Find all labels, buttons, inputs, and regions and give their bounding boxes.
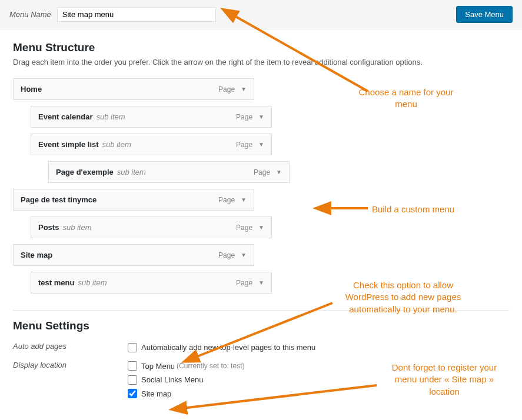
menu-item-title: Event calendar: [38, 112, 93, 121]
display-location-label: Display location: [13, 361, 128, 402]
menu-item[interactable]: Site map Page ▼: [13, 244, 254, 266]
menu-item[interactable]: Page de test tinymce Page ▼: [13, 189, 254, 211]
location-top-menu-checkbox[interactable]: [128, 361, 137, 371]
chevron-down-icon[interactable]: ▼: [258, 114, 264, 120]
menu-item[interactable]: Event calendar sub item Page ▼: [31, 106, 272, 128]
divider: [13, 310, 509, 311]
menu-structure-title: Menu Structure: [13, 41, 509, 54]
menu-item[interactable]: Event simple list sub item Page ▼: [31, 134, 272, 155]
chevron-down-icon[interactable]: ▼: [276, 169, 282, 175]
menu-item-title: test menu: [38, 278, 74, 287]
location-site-map-checkbox[interactable]: [128, 389, 137, 398]
menu-item-subtitle: sub item: [97, 112, 125, 121]
chevron-down-icon[interactable]: ▼: [258, 224, 264, 231]
menu-item-subtitle: sub item: [78, 278, 107, 287]
menu-item[interactable]: Page d'exemple sub item Page ▼: [48, 161, 290, 183]
menu-item-type: Page: [218, 85, 235, 94]
menu-item[interactable]: test menu sub item Page ▼: [31, 272, 272, 294]
chevron-down-icon[interactable]: ▼: [241, 86, 247, 92]
menu-item-title: Event simple list: [38, 140, 99, 149]
menu-item-title: Posts: [38, 223, 59, 232]
save-menu-button[interactable]: Save Menu: [456, 6, 513, 23]
menu-item-subtitle: sub item: [102, 140, 131, 149]
menu-item-type: Page: [236, 279, 252, 287]
menu-item-title: Home: [21, 85, 42, 94]
location-social-links-checkbox[interactable]: [128, 375, 137, 385]
menu-header-bar: Menu Name Save Menu: [0, 0, 522, 29]
menu-item-type: Page: [236, 141, 252, 149]
menu-item-title: Page de test tinymce: [21, 195, 97, 204]
chevron-down-icon[interactable]: ▼: [258, 279, 264, 286]
menu-item-type: Page: [236, 224, 252, 232]
menu-items-list: Home Page ▼ Event calendar sub item Page…: [13, 78, 509, 294]
menu-item-type: Page: [218, 196, 235, 204]
menu-item-title: Site map: [21, 251, 52, 259]
menu-item-title: Page d'exemple: [56, 168, 114, 176]
menu-item-type: Page: [254, 168, 270, 176]
auto-add-pages-label: Auto add pages: [13, 342, 128, 356]
location-label: Site map: [141, 388, 171, 400]
auto-add-pages-text: Automatically add new top-level pages to…: [141, 342, 315, 354]
chevron-down-icon[interactable]: ▼: [241, 252, 247, 258]
menu-item-subtitle: sub item: [62, 223, 91, 232]
chevron-down-icon[interactable]: ▼: [241, 196, 247, 203]
menu-item[interactable]: Home Page ▼: [13, 78, 254, 100]
menu-settings-title: Menu Settings: [13, 319, 509, 332]
menu-name-input[interactable]: [57, 7, 216, 22]
menu-item[interactable]: Posts sub item Page ▼: [31, 216, 272, 238]
menu-item-type: Page: [218, 251, 235, 259]
menu-structure-description: Drag each item into the order you prefer…: [13, 58, 509, 66]
menu-name-label: Menu Name: [9, 10, 51, 19]
chevron-down-icon[interactable]: ▼: [258, 141, 264, 148]
location-hint: (Currently set to: test): [177, 361, 244, 371]
auto-add-pages-checkbox[interactable]: [128, 343, 137, 352]
menu-item-type: Page: [236, 113, 252, 121]
menu-item-subtitle: sub item: [117, 168, 146, 176]
location-label: Top Menu: [141, 361, 175, 372]
location-label: Social Links Menu: [141, 374, 204, 386]
